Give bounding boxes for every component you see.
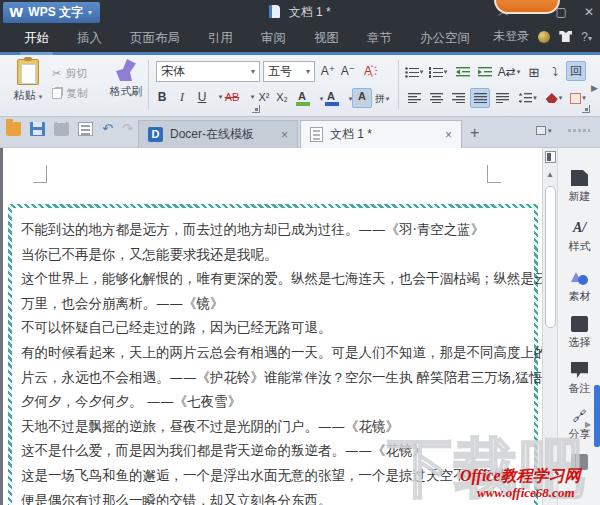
align-right-icon bbox=[452, 93, 465, 103]
scroll-up-arrow[interactable]: ▲ bbox=[546, 170, 554, 179]
phonetic-guide-button[interactable]: 拼▾ bbox=[372, 89, 392, 109]
tab-insert[interactable]: 插入 bbox=[63, 26, 116, 53]
scrollbar-thumb[interactable] bbox=[545, 186, 556, 328]
table-grid-icon[interactable]: ⊞ bbox=[524, 62, 544, 82]
coin-icon[interactable] bbox=[538, 31, 550, 43]
tab-document-1[interactable]: 文档 1 * × bbox=[300, 120, 462, 148]
bullets-button[interactable]: ▾ bbox=[404, 62, 424, 82]
copy-icon bbox=[52, 88, 62, 99]
align-left-button[interactable] bbox=[404, 88, 424, 108]
open-icon[interactable] bbox=[6, 122, 21, 136]
text-line: 便是偶尔有过那么一瞬的交错，却又立刻各分东西。 bbox=[21, 488, 525, 505]
tab-references[interactable]: 引用 bbox=[194, 26, 247, 53]
tab-list-button[interactable]: ▾ bbox=[536, 126, 552, 135]
justify-icon bbox=[474, 93, 487, 103]
sidebar-item-new[interactable]: 新建 bbox=[558, 170, 600, 204]
close-tab-icon[interactable]: × bbox=[281, 128, 288, 142]
underline-button[interactable]: U bbox=[192, 87, 212, 107]
font-size-select[interactable]: 五号▾ bbox=[263, 61, 315, 82]
font-name-select[interactable]: 宋体▾ bbox=[156, 61, 260, 82]
ribbon-expand-arrow[interactable]: ▶ bbox=[591, 83, 598, 93]
tab-view[interactable]: 视图 bbox=[300, 26, 353, 53]
decrease-indent-button[interactable] bbox=[453, 62, 473, 82]
tab-label: Docer-在线模板 bbox=[170, 126, 254, 143]
shrink-font-button[interactable]: A⁻ bbox=[338, 61, 358, 81]
format-painter-icon bbox=[116, 59, 136, 81]
sidebar-handle[interactable] bbox=[568, 129, 590, 132]
ruler-toggle-icon[interactable] bbox=[545, 151, 556, 163]
print-preview-icon[interactable] bbox=[78, 122, 93, 136]
copy-button[interactable]: 复制 bbox=[52, 83, 88, 103]
align-center-icon bbox=[430, 93, 443, 103]
text-line: 当你已不再是你，又怎能要求我还是我呢。 bbox=[21, 242, 525, 267]
char-border-button[interactable]: 回 bbox=[566, 61, 586, 81]
group-divider bbox=[148, 60, 149, 110]
text-line: 这不是什么爱，而是因为我们都是背天逆命的叛逆者。——《花镜》 bbox=[21, 438, 525, 463]
redo-icon[interactable]: ↷ bbox=[122, 122, 133, 136]
line-spacing-icon bbox=[519, 93, 532, 103]
italic-button[interactable]: I bbox=[172, 87, 192, 107]
sidebar-item-select[interactable]: 选择 bbox=[558, 316, 600, 350]
sidebar-expand-arrow[interactable]: ▶ bbox=[585, 420, 591, 429]
cut-button[interactable]: ✂ 剪切 bbox=[52, 63, 88, 83]
document-text[interactable]: 不能到达的地方都是远方，而去过的地方却已成为过往。——《羽·青空之蓝》 当你已不… bbox=[12, 208, 534, 505]
superscript-button[interactable]: X² bbox=[254, 87, 274, 107]
docer-logo-icon: D bbox=[148, 127, 163, 142]
tab-review[interactable]: 审阅 bbox=[247, 26, 300, 53]
tab-docer-templates[interactable]: D Docer-在线模板 × bbox=[138, 120, 298, 148]
font-color-button[interactable] bbox=[322, 89, 342, 109]
sidebar-item-assets[interactable]: 素材 bbox=[558, 270, 600, 304]
quick-access-toolbar: ↶ ↷ ▾ bbox=[6, 122, 146, 136]
document-area: 不能到达的地方都是远方，而去过的地方却已成为过往。——《羽·青空之蓝》 当你已不… bbox=[0, 148, 600, 505]
login-button[interactable]: 未登录 bbox=[493, 28, 529, 45]
highlight-color-button[interactable] bbox=[293, 89, 313, 109]
undo-icon[interactable]: ↶ bbox=[102, 122, 113, 136]
char-shading-button[interactable] bbox=[352, 88, 372, 108]
justify-button[interactable] bbox=[470, 88, 490, 108]
text-direction-button[interactable]: A⇄▾ bbox=[499, 62, 519, 82]
sidebar-item-styles[interactable]: A/ 样式 bbox=[558, 220, 600, 254]
styles-icon: A/ bbox=[571, 220, 588, 236]
tab-workspace[interactable]: 办公空间 bbox=[406, 26, 484, 53]
print-icon[interactable] bbox=[54, 122, 69, 136]
help-button[interactable]: ?▾ bbox=[581, 30, 592, 44]
subscript-button[interactable]: X₂ bbox=[272, 87, 292, 107]
wps-writer-window: W WPS 文字 ▾ 文档 1 * ︿ — ▢ ✕ 开始 插入 页面布局 引用 … bbox=[0, 0, 600, 505]
line-spacing-button[interactable]: ▾ bbox=[518, 88, 538, 108]
selected-text-block[interactable]: 不能到达的地方都是远方，而去过的地方却已成为过往。——《羽·青空之蓝》 当你已不… bbox=[8, 204, 538, 505]
sidebar-item-more[interactable] bbox=[558, 454, 600, 470]
tab-section[interactable]: 章节 bbox=[353, 26, 406, 53]
new-tab-button[interactable]: + bbox=[470, 124, 479, 142]
tab-home[interactable]: 开始 bbox=[10, 26, 63, 53]
right-sidebar: 新建 A/ 样式 素材 选择 备注 🔗︎ 分享 bbox=[557, 148, 600, 505]
vertical-scrollbar[interactable]: ▲ bbox=[542, 148, 557, 505]
decrease-indent-icon bbox=[456, 67, 470, 78]
text-line: 不可以怀疑自己已经走过的路，因为已经无路可退。 bbox=[21, 315, 525, 340]
numbering-button[interactable]: ▾ bbox=[428, 62, 448, 82]
close-tab-icon[interactable]: × bbox=[445, 128, 452, 142]
align-right-button[interactable] bbox=[448, 88, 468, 108]
paragraph-dialog-launcher[interactable] bbox=[582, 105, 590, 113]
align-center-button[interactable] bbox=[426, 88, 446, 108]
show-marks-button[interactable]: ⤵ bbox=[545, 62, 565, 82]
window-title-text: 文档 1 * bbox=[289, 5, 331, 19]
increase-indent-button[interactable] bbox=[475, 62, 495, 82]
grow-font-button[interactable]: A⁺ bbox=[318, 61, 338, 81]
text-line: 夕何夕，今夕何夕。 ——《七夜雪》 bbox=[21, 389, 525, 414]
close-button[interactable]: ✕ bbox=[584, 6, 594, 18]
skin-icon[interactable] bbox=[559, 31, 572, 42]
format-painter-button[interactable]: 格式刷 bbox=[106, 59, 146, 99]
save-icon[interactable] bbox=[30, 122, 45, 136]
text-effects-button[interactable]: A҉ bbox=[358, 61, 378, 81]
paste-button[interactable]: 粘贴 ▾ bbox=[8, 59, 48, 103]
tab-page-layout[interactable]: 页面布局 bbox=[116, 26, 194, 53]
shading-button[interactable]: ▾ bbox=[544, 88, 564, 108]
font-dialog-launcher[interactable] bbox=[252, 105, 260, 113]
paste-icon bbox=[17, 59, 39, 85]
ribbon-tabs: 开始 插入 页面布局 引用 审阅 视图 章节 办公空间 bbox=[10, 26, 484, 52]
text-line: 有的时候看起来，天上的两片云总会有相遇的一天。可是人们不知道，那是不同高度上的两 bbox=[21, 340, 525, 365]
bold-button[interactable]: B bbox=[152, 87, 172, 107]
page-canvas[interactable]: 不能到达的地方都是远方，而去过的地方却已成为过往。——《羽·青空之蓝》 当你已不… bbox=[0, 148, 542, 505]
distribute-button[interactable] bbox=[492, 88, 512, 108]
strikethrough-button[interactable]: AB bbox=[222, 87, 242, 107]
